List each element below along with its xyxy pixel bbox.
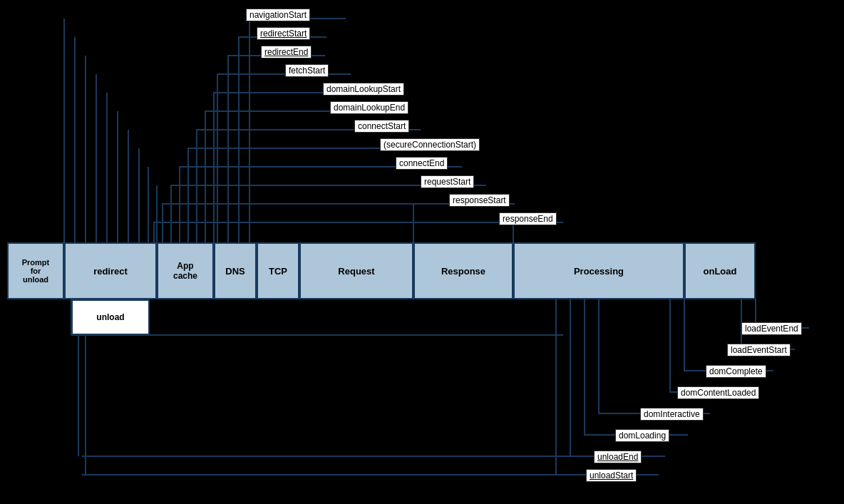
segment-prompt: Prompt for unload (7, 242, 64, 299)
segment-redirect: redirect (64, 242, 157, 299)
diagram-container: .nav-line { stroke: #1a3a5c; stroke-widt… (0, 0, 844, 504)
label-fetchstart: fetchStart (285, 64, 329, 77)
label-requeststart: requestStart (421, 175, 474, 188)
segment-onload: onLoad (684, 242, 756, 299)
label-connectstart: connectStart (354, 120, 409, 133)
label-domainlookupstart: domainLookupStart (323, 83, 404, 96)
segment-dns: DNS (214, 242, 257, 299)
label-responseend: responseEnd (499, 212, 557, 225)
label-secureconnectionstart: (secureConnectionStart) (380, 138, 480, 151)
segment-response: Response (413, 242, 513, 299)
label-domcontentloaded: domContentLoaded (677, 386, 759, 399)
label-loadeventstart: loadEventStart (727, 344, 791, 356)
label-domcomplete: domComplete (706, 365, 766, 378)
label-redirectstart: redirectStart (257, 27, 310, 40)
label-connectend: connectEnd (396, 157, 448, 170)
segment-tcp: TCP (257, 242, 299, 299)
label-dominteractive: domInteractive (640, 408, 704, 421)
label-navigationstart: navigationStart (246, 9, 310, 21)
segment-processing: Processing (513, 242, 684, 299)
label-domloading: domLoading (615, 429, 669, 442)
segment-request: Request (299, 242, 413, 299)
label-domainlookupend: domainLookupEnd (330, 101, 408, 114)
label-redirectend: redirectEnd (261, 46, 312, 58)
label-unloadend: unloadEnd (594, 451, 642, 463)
segment-appcache: App cache (157, 242, 214, 299)
label-loadeventend: loadEventEnd (741, 322, 802, 335)
label-responsestart: responseStart (449, 194, 510, 207)
unload-box: unload (71, 299, 150, 335)
label-unloadstart: unloadStart (586, 469, 637, 482)
